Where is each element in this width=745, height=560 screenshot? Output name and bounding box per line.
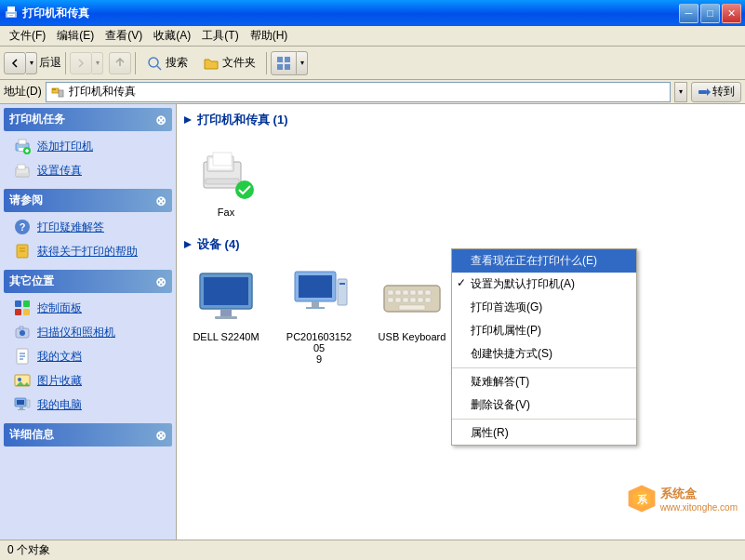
sidebar-header-请参阅[interactable]: 请参阅⊗: [4, 189, 172, 212]
toolbar-sep-1: [65, 52, 66, 74]
address-bar: 地址(D) 打印机和传真 ▾ 转到: [0, 80, 745, 104]
go-icon: [698, 86, 711, 99]
forward-dropdown[interactable]: ▾: [92, 52, 103, 74]
forward-button[interactable]: [70, 52, 92, 74]
sidebar-section: 打印机任务⊗添加打印机设置传真: [4, 108, 172, 185]
sidebar-link-control-panel[interactable]: 控制面板: [11, 297, 165, 319]
address-icon: [50, 85, 65, 100]
window-icon: [4, 6, 19, 20]
views-dropdown[interactable]: ▾: [297, 51, 308, 75]
minimize-button[interactable]: ─: [679, 4, 698, 23]
svg-rect-44: [18, 409, 25, 410]
maximize-button[interactable]: □: [700, 4, 720, 23]
up-button[interactable]: [109, 52, 131, 74]
menu-item-收藏(A)[interactable]: 收藏(A): [148, 26, 196, 46]
svg-rect-12: [59, 90, 63, 97]
sidebar-link-printer-add[interactable]: 添加打印机: [11, 135, 165, 157]
context-menu-item[interactable]: 创建快捷方式(S): [452, 342, 636, 366]
back-button[interactable]: [4, 52, 26, 74]
sidebar-link-help-print[interactable]: ?打印疑难解答: [11, 216, 165, 238]
watermark-logo: 系: [627, 484, 657, 513]
svg-rect-73: [418, 298, 423, 302]
context-menu-item[interactable]: 查看现在正在打印什么(E): [452, 249, 636, 273]
svg-rect-30: [15, 309, 21, 315]
svg-rect-34: [20, 327, 23, 329]
device-item-computer[interactable]: PC201603152059: [277, 260, 361, 372]
svg-point-33: [20, 330, 25, 336]
go-button[interactable]: 转到: [691, 82, 741, 102]
computer-icon: [289, 268, 349, 327]
svg-rect-7: [285, 57, 290, 62]
svg-rect-66: [410, 290, 416, 295]
address-dropdown-btn[interactable]: ▾: [674, 82, 687, 102]
keyboard-icon: [382, 268, 442, 327]
device-item-fax[interactable]: Fax: [184, 136, 268, 225]
svg-rect-8: [277, 64, 283, 70]
menu-item-查看(V)[interactable]: 查看(V): [100, 26, 148, 46]
watermark-site: www.xitonghe.com: [660, 502, 738, 513]
search-button[interactable]: 搜索: [140, 51, 194, 75]
menu-item-编辑(E)[interactable]: 编辑(E): [51, 26, 100, 46]
sidebar-link-fax-setup[interactable]: 设置传真: [11, 159, 165, 181]
device-item-monitor[interactable]: DELL S2240M: [184, 260, 268, 372]
status-text: 0 个对象: [7, 542, 50, 558]
svg-point-51: [235, 180, 254, 199]
svg-rect-9: [285, 64, 290, 70]
sidebar-section: 详细信息⊗: [4, 423, 172, 447]
svg-rect-68: [425, 290, 431, 295]
address-input[interactable]: 打印机和传真: [46, 82, 671, 102]
menu-bar: 文件(F)编辑(E)查看(V)收藏(A)工具(T)帮助(H): [0, 26, 745, 47]
sidebar-link-my-docs[interactable]: 我的文档: [11, 345, 165, 367]
svg-text:系: 系: [636, 494, 647, 505]
context-menu-item[interactable]: 删除设备(V): [452, 393, 636, 417]
menu-item-文件(F)[interactable]: 文件(F): [4, 26, 51, 46]
svg-rect-67: [418, 290, 423, 295]
context-menu-item[interactable]: 打印首选项(G): [452, 296, 636, 319]
sidebar-header-详细信息[interactable]: 详细信息⊗: [4, 423, 172, 447]
svg-rect-63: [388, 290, 393, 295]
menu-item-帮助(H)[interactable]: 帮助(H): [245, 26, 294, 46]
printers-header-text: 打印机和传真 (1): [197, 112, 288, 128]
context-menu-item[interactable]: 设置为默认打印机(A): [452, 273, 636, 296]
context-menu-item[interactable]: 属性(R): [452, 421, 636, 445]
context-menu-item[interactable]: 打印机属性(P): [452, 319, 636, 342]
help-print-icon: ?: [13, 218, 32, 236]
svg-rect-22: [16, 173, 29, 176]
watermark-brand: 系统盒: [660, 486, 738, 502]
search-label: 搜索: [166, 55, 188, 71]
svg-rect-54: [220, 309, 232, 316]
folders-button[interactable]: 文件夹: [196, 51, 262, 75]
printers-section-header: 打印机和传真 (1): [184, 112, 738, 128]
close-button[interactable]: ✕: [722, 4, 741, 23]
sidebar-link-help-book[interactable]: 获得关于打印的帮助: [11, 240, 165, 262]
views-button[interactable]: [271, 51, 297, 75]
svg-point-4: [149, 58, 158, 67]
printer-add-icon: [13, 137, 32, 155]
sidebar-content: 控制面板扫描仪和照相机我的文档图片收藏我的电脑: [4, 293, 172, 420]
sidebar-header-打印机任务[interactable]: 打印机任务⊗: [4, 108, 172, 131]
sidebar-link-my-pics[interactable]: 图片收藏: [11, 369, 165, 392]
svg-rect-75: [399, 305, 425, 310]
title-bar-left: 打印机和传真: [4, 6, 89, 21]
title-bar: 打印机和传真 ─ □ ✕: [0, 0, 745, 26]
forward-button-group: ▾: [70, 52, 103, 74]
go-label: 转到: [712, 84, 735, 100]
svg-rect-6: [277, 57, 283, 62]
sidebar-section: 请参阅⊗?打印疑难解答获得关于打印的帮助: [4, 189, 172, 266]
svg-rect-11: [52, 88, 56, 90]
toolbar-sep-3: [266, 52, 267, 74]
back-dropdown[interactable]: ▾: [26, 52, 37, 74]
svg-rect-45: [27, 400, 30, 407]
context-menu-item[interactable]: 疑难解答(T): [452, 370, 636, 393]
sidebar-section: 其它位置⊗控制面板扫描仪和照相机我的文档图片收藏我的电脑: [4, 270, 172, 420]
sidebar-link-my-computer[interactable]: 我的电脑: [11, 393, 165, 416]
sidebar-link-scanner-camera[interactable]: 扫描仪和照相机: [11, 321, 165, 343]
device-item-keyboard[interactable]: USB Keyboard: [370, 260, 454, 372]
printers-grid: Fax: [184, 136, 738, 225]
svg-rect-42: [17, 400, 24, 405]
my-docs-icon: [13, 347, 32, 366]
sidebar-header-其它位置[interactable]: 其它位置⊗: [4, 270, 172, 293]
svg-rect-31: [23, 309, 30, 315]
context-menu-separator: [452, 419, 636, 420]
menu-item-工具(T)[interactable]: 工具(T): [196, 26, 244, 46]
